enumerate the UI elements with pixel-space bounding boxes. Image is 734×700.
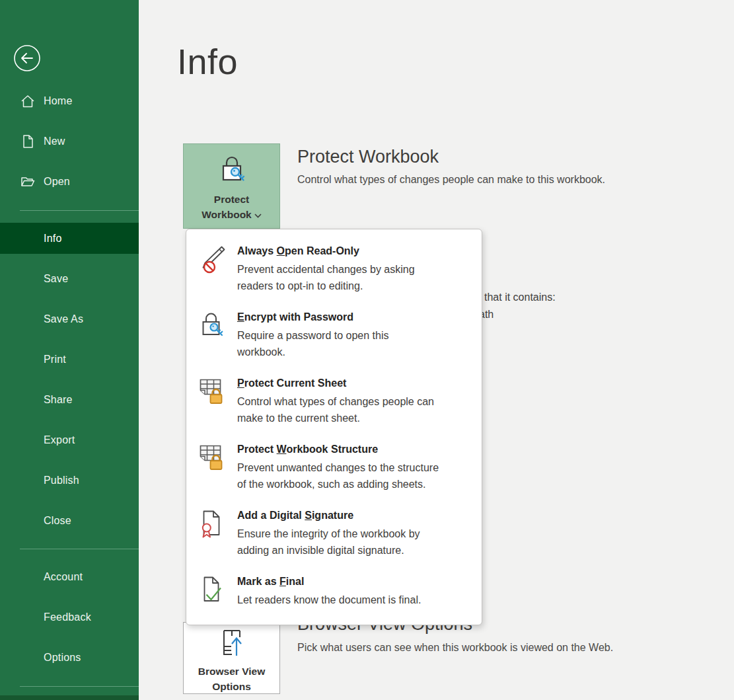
sidebar-item-open[interactable]: Open [0,167,139,196]
menu-item-always-open-read-only[interactable]: Always Open Read-Only Prevent accidental… [186,236,482,301]
sidebar-item-info[interactable]: Info [0,223,139,254]
menu-item-title: Protect Current Sheet [237,376,472,391]
menu-item-description: Prevent unwanted changes to the structur… [237,459,472,492]
open-folder-icon [20,174,36,190]
sidebar-item-label: Account [44,571,83,583]
sidebar-divider [20,210,139,211]
menu-item-title: Mark as Final [237,574,472,589]
inspect-workbook-text-fragment: that it contains: [484,292,556,303]
sidebar-item-close[interactable]: Close [0,505,139,536]
document-ribbon-icon [197,508,227,539]
protect-workbook-description: Control what types of changes people can… [297,174,605,186]
sidebar-item-save[interactable]: Save [0,263,139,294]
browser-view-options-button-label: Browser View Options [198,664,265,694]
sidebar-item-label: Close [44,515,71,527]
menu-item-description: Ensure the integrity of the workbook by … [237,525,472,559]
protect-workbook-button-label: Protect Workbook [202,192,262,222]
menu-item-description: Require a password to open this workbook… [237,327,472,360]
protect-workbook-heading: Protect Workbook [297,147,439,167]
sidebar-item-export[interactable]: Export [0,424,139,455]
sidebar-item-label: Export [44,434,75,446]
sidebar-item-label: Save As [44,313,83,325]
lock-key-icon [216,153,248,188]
menu-item-description: Control what types of changes people can… [237,393,472,426]
sidebar-item-label: New [44,136,65,147]
sidebar-item-feedback[interactable]: Feedback [0,602,139,633]
document-check-icon [197,574,227,605]
pencil-prohibition-icon [197,244,227,274]
browser-view-options-button[interactable]: Browser View Options [183,622,280,694]
menu-item-add-digital-signature[interactable]: Add a Digital Signature Ensure the integ… [186,500,482,565]
page-title: Info [177,41,238,82]
sidebar-item-label: Save [44,273,68,285]
sidebar-item-label: Share [44,394,73,406]
sidebar-item-save-as[interactable]: Save As [0,303,139,334]
home-icon [20,93,36,109]
sheet-lock-icon [197,442,227,473]
menu-item-mark-as-final[interactable]: Mark as Final Let readers know the docum… [186,566,482,631]
sidebar-item-label: Options [44,652,81,664]
menu-item-title: Protect Workbook Structure [237,442,472,457]
sidebar-item-label: Info [44,233,62,245]
backstage-sidebar: Home New Open Info Sa [0,0,139,700]
sidebar-item-share[interactable]: Share [0,384,139,415]
sidebar-item-options[interactable]: Options [0,642,139,673]
sidebar-item-account[interactable]: Account [0,561,139,592]
menu-item-title: Encrypt with Password [237,310,472,325]
table-upload-icon [216,628,248,661]
sidebar-item-new[interactable]: New [0,127,139,156]
menu-item-encrypt-with-password[interactable]: Encrypt with Password Require a password… [186,302,482,367]
sidebar-divider [20,686,139,687]
sidebar-item-label: Publish [44,475,79,486]
menu-item-title: Always Open Read-Only [237,244,472,258]
chevron-down-icon [254,207,262,222]
sidebar-item-label: Home [44,95,72,107]
browser-view-options-description: Pick what users can see when this workbo… [297,642,613,654]
sidebar-item-print[interactable]: Print [0,344,139,375]
sidebar-item-label: Open [44,176,70,188]
sidebar-divider [20,549,139,549]
protect-workbook-button[interactable]: Protect Workbook [183,143,280,229]
menu-item-description: Prevent accidental changes by asking rea… [237,261,472,294]
menu-item-title: Add a Digital Signature [237,508,472,523]
sidebar-item-label: Feedback [44,611,91,623]
sidebar-item-home[interactable]: Home [0,87,139,116]
sidebar-item-label: Print [44,354,66,366]
protect-workbook-dropdown: Always Open Read-Only Prevent accidental… [186,229,482,625]
lock-key-icon [197,310,227,340]
back-arrow-icon [13,64,41,74]
back-button[interactable] [13,44,41,72]
new-document-icon [20,134,36,149]
sidebar-bottom-strip [0,695,139,700]
sidebar-item-publish[interactable]: Publish [0,465,139,496]
excel-backstage-info-page: Home New Open Info Sa [0,0,734,700]
sheet-lock-icon [197,376,227,407]
menu-item-protect-current-sheet[interactable]: Protect Current Sheet Control what types… [186,368,482,433]
menu-item-description: Let readers know the document is final. [237,592,472,608]
menu-item-protect-workbook-structure[interactable]: Protect Workbook Structure Prevent unwan… [186,434,482,499]
